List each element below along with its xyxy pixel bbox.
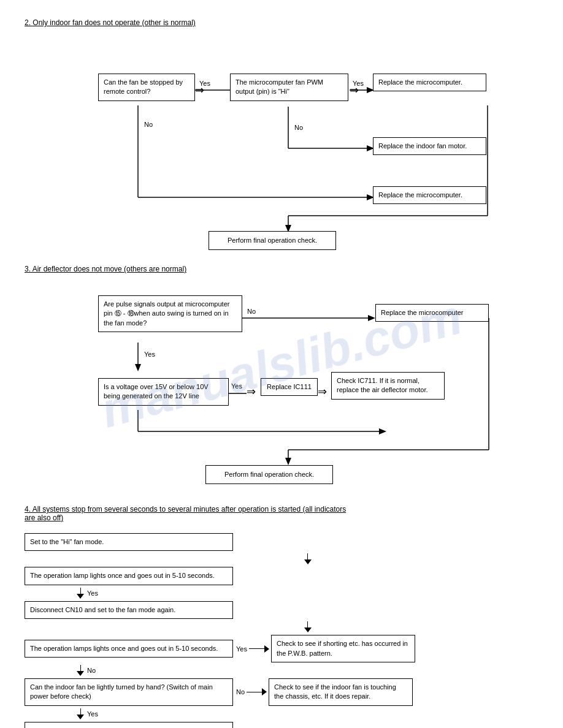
s3-box7: Check to see if shorting etc. has occurr…	[271, 635, 415, 662]
svg-text:Yes: Yes	[144, 351, 155, 358]
s1-final: Perform final operation check.	[209, 231, 336, 250]
s2-box4: Replace IC111	[261, 378, 318, 396]
s3-arrow1	[77, 553, 538, 564]
s3-arrow5: Yes	[77, 708, 538, 719]
s2-box1: Are pulse signals output at microcompute…	[98, 295, 242, 332]
s3-box6: Replace the indoor fan motor.	[25, 722, 538, 728]
section1: 2. Only indoor fan does not operate (oth…	[25, 18, 538, 240]
s3-box2: The operation lamp lights once and goes …	[25, 567, 538, 585]
s3-no2-label: No	[87, 667, 96, 674]
s2-box3: Is a voltage over 15V or below 10V being…	[98, 378, 229, 406]
s3-arrow-right4: Yes	[236, 645, 269, 653]
s3-yes2-label: Yes	[236, 645, 247, 653]
s3-box5: Can the indoor fan be lightly turned by …	[25, 678, 233, 706]
s1-arrow1: ⇒	[195, 83, 204, 97]
s3-arrow4: No	[77, 665, 538, 676]
s3-row5: Can the indoor fan be lightly turned by …	[25, 678, 538, 706]
s1-box1: Can the fan be stopped by remote control…	[98, 74, 195, 101]
s3-row4: The operation lamps lights once and goes…	[25, 635, 538, 662]
s3-yes1-label: Yes	[87, 590, 98, 597]
section2: 3. Air deflector does not move (others a…	[25, 265, 538, 480]
s3-arrow3	[77, 621, 538, 632]
s3-yes3-label: Yes	[87, 710, 98, 718]
s2-final: Perform final operation check.	[205, 465, 333, 484]
svg-marker-22	[135, 364, 141, 371]
section3: 4. All systems stop from several seconds…	[25, 505, 538, 728]
s3-box8: Check to see if the indoor fan is touchi…	[269, 678, 413, 706]
s2-arrow3: ⇒	[247, 385, 256, 398]
svg-marker-34	[285, 458, 291, 465]
s1-arrow2: ⇒	[350, 83, 359, 97]
svg-text:No: No	[294, 124, 303, 131]
s2-box5: Check IC711. If it is normal, replace th…	[331, 372, 445, 400]
s1-box2: The microcomputer fan PWM output (pin) i…	[230, 74, 348, 101]
s1-box5: Replace the microcomputer.	[373, 186, 486, 204]
s2-arrow4: ⇒	[318, 385, 327, 398]
section3-title: 4. All systems stop from several seconds…	[25, 505, 538, 522]
s2-box2: Replace the microcomputer	[375, 304, 489, 322]
svg-text:No: No	[144, 121, 153, 128]
s3-box4: The operation lamps lights once and goes…	[25, 640, 233, 658]
section1-title: 2. Only indoor fan does not operate (oth…	[25, 18, 538, 27]
s3-no1-label: No	[236, 688, 245, 696]
svg-marker-19	[368, 315, 375, 321]
svg-text:Yes: Yes	[231, 382, 242, 390]
s1-box4: Replace the indoor fan motor.	[373, 137, 486, 155]
s3-box1: Set to the "Hi" fan mode.	[25, 533, 538, 551]
svg-text:No: No	[247, 308, 256, 315]
s3-arrow-right5: No	[236, 688, 267, 696]
svg-marker-30	[379, 428, 386, 434]
section2-title: 3. Air deflector does not move (others a…	[25, 265, 538, 273]
s3-box3: Disconnect CN10 and set to the fan mode …	[25, 601, 538, 619]
s1-box3: Replace the microcomputer.	[373, 74, 486, 91]
s3-arrow2: Yes	[77, 588, 538, 599]
